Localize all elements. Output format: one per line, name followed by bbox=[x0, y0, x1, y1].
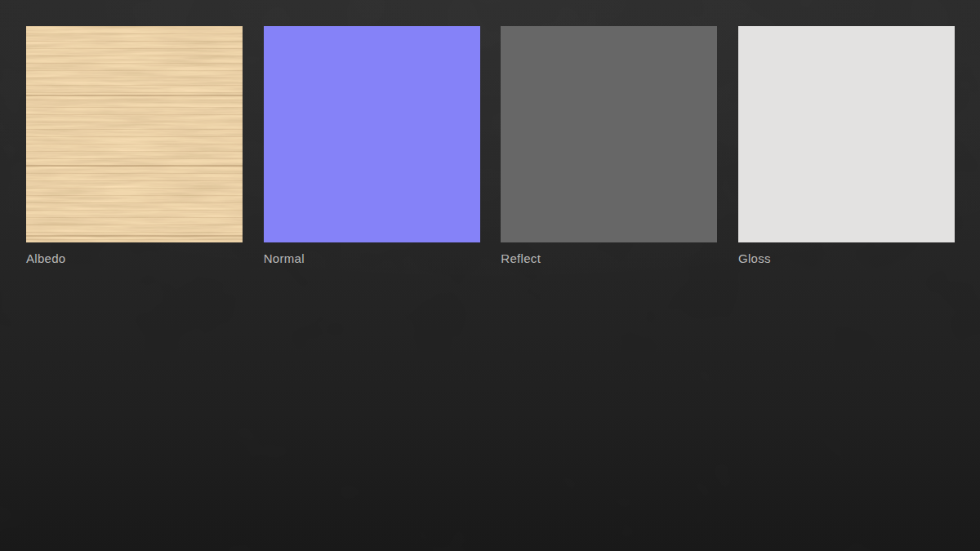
material-tile-gloss: Gloss bbox=[738, 26, 955, 266]
albedo-map-preview[interactable] bbox=[26, 26, 243, 242]
reflect-label: Reflect bbox=[501, 251, 717, 266]
reflect-map-preview[interactable] bbox=[501, 26, 717, 242]
gloss-label: Gloss bbox=[738, 251, 955, 266]
material-tile-albedo: Albedo bbox=[26, 26, 243, 266]
material-map-row: Albedo Normal Reflect Gloss bbox=[0, 0, 980, 266]
material-tile-normal: Normal bbox=[264, 26, 480, 266]
normal-label: Normal bbox=[264, 251, 480, 266]
material-tile-reflect: Reflect bbox=[501, 26, 717, 266]
albedo-label: Albedo bbox=[26, 251, 243, 266]
gloss-map-preview[interactable] bbox=[738, 26, 955, 242]
normal-map-preview[interactable] bbox=[264, 26, 480, 242]
